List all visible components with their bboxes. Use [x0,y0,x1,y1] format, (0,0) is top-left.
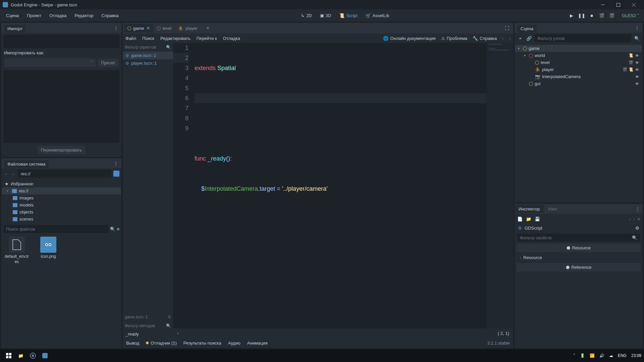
help-button[interactable]: 🔧Справка [473,36,497,41]
view-2d-button[interactable]: ↳2D [298,12,315,19]
folder-item[interactable]: models [2,201,121,208]
report-problem-button[interactable]: ⚠Проблема [441,36,468,41]
clock[interactable]: 23:09 [631,353,641,358]
menu-debug[interactable]: Отладка [46,12,70,19]
script-tab-player[interactable]: ⛹player [175,24,201,33]
scene-node-item[interactable]: ⛹player🎬📜👁 [515,66,642,73]
scene-node-item[interactable]: ▾game [515,45,642,52]
window-close-button[interactable] [626,0,641,9]
volume-icon[interactable]: 🔊 [599,353,604,358]
stop-button[interactable]: ■ [588,13,595,18]
animation-tab[interactable]: Анимация [247,341,268,346]
script-icon[interactable]: 📜 [629,53,633,58]
eye-icon[interactable]: 👁 [635,74,639,79]
resource-type-row[interactable]: ⚙ GDScript ⚙ [515,224,643,232]
file-item[interactable]: icon.png [36,237,61,264]
panel-menu-icon[interactable]: ⋮ [114,25,119,31]
history-menu-icon[interactable]: ≡ [637,217,640,222]
scene-node-item[interactable]: ▾world📜👁 [515,52,642,59]
view-3d-button[interactable]: ▣3D [317,12,335,19]
open-icon[interactable]: 🎬 [629,60,633,65]
script-icon[interactable]: 📜 [629,67,633,72]
panel-menu-icon[interactable]: ⋮ [636,206,643,212]
menu-project[interactable]: Проект [23,12,45,19]
script-menu-file[interactable]: Файл [125,36,136,41]
sort-icon[interactable]: ⇅ [168,315,171,319]
method-list-item[interactable]: _ready [123,330,173,338]
history-forward-icon[interactable]: › [633,217,635,222]
resource-item[interactable]: ›Resource [517,253,641,262]
panel-menu-icon[interactable]: ⋮ [635,25,640,31]
search-icon[interactable]: 🔍 [166,45,171,50]
new-resource-icon[interactable]: 📄 [517,217,523,222]
nav-back-icon[interactable]: ‹ [502,36,503,41]
eye-icon[interactable]: 👁 [635,81,639,86]
res-root-item[interactable]: ▾res:// [2,187,121,194]
nav-forward-icon[interactable]: › [509,36,511,41]
script-tab-game[interactable]: game✕ [124,24,154,33]
file-item[interactable]: default_env.tres [4,237,30,264]
save-resource-icon[interactable]: 💾 [535,217,540,222]
script-tab-level[interactable]: level [154,24,175,33]
scene-panel-title[interactable]: Сцена [517,25,537,33]
play-button[interactable]: ▶ [568,13,575,18]
audio-tab[interactable]: Аудио [228,341,240,346]
view-assetlib-button[interactable]: 🛒AssetLib [362,12,393,19]
favorites-item[interactable]: ★Избранное: [2,180,121,187]
onedrive-icon[interactable]: ☁ [609,353,613,358]
tray-chevron-icon[interactable]: ˄ [573,353,575,358]
language-indicator[interactable]: ENG [618,353,627,358]
nav-back-button[interactable]: ‹ [3,171,9,176]
close-icon[interactable]: ✕ [146,25,150,31]
node-tab[interactable]: Узел [544,205,561,213]
scene-node-item[interactable]: 📷InterpolatedCamera👁 [515,73,642,80]
panel-menu-icon[interactable]: ⋮ [114,161,119,166]
online-docs-button[interactable]: 🌐Онлайн документация [383,36,435,41]
code-editor[interactable]: 123456789 extends Spatial func _ready():… [173,43,513,338]
search-results-tab[interactable]: Результаты поиска [183,341,221,346]
history-back-icon[interactable]: ‹ [629,217,631,222]
search-icon[interactable]: 🔍 [634,36,640,41]
grid-view-icon[interactable] [113,171,119,177]
godot-taskbar-icon[interactable] [39,350,51,361]
folder-item[interactable]: objects [2,208,121,216]
debugger-tab[interactable]: Отладчик (1) [146,341,176,346]
filter-nodes-input[interactable]: Фильтр узлов [535,34,631,42]
reference-group-header[interactable]: ⬢Reference [517,263,641,272]
scene-node-item[interactable]: level🎬👁 [515,59,642,66]
filesystem-panel-title[interactable]: Файловая система [4,160,49,168]
scroll-left-icon[interactable]: ‹ [177,330,179,336]
folder-item[interactable]: images [2,194,121,201]
search-icon[interactable]: 🔍 [166,323,171,328]
link-node-button[interactable]: 🔗 [526,36,532,41]
new-tab-button[interactable]: + [201,23,215,33]
settings-icon[interactable]: ⚙ [635,226,639,231]
open-resource-icon[interactable]: 📁 [526,217,531,222]
chrome-icon[interactable] [27,350,39,361]
import-panel-title[interactable]: Импорт [4,25,26,33]
script-menu-search[interactable]: Поиск [142,36,154,41]
inspector-tab[interactable]: Инспектор [515,205,544,213]
renderer-selector[interactable]: GLES2˅ [619,13,639,18]
menu-editor[interactable]: Редактор [71,12,97,19]
path-input[interactable]: res:// [18,170,111,178]
reimport-button[interactable]: Переимпортировать [38,146,86,154]
pause-button[interactable]: ❚❚ [578,13,585,18]
script-menu-debug[interactable]: Отладка [223,36,240,41]
list-icon[interactable]: ≡ [117,227,119,232]
script-list-item[interactable]: ⚙game.tscn::1 [123,52,173,59]
play-scene-button[interactable]: 🎬 [598,13,605,18]
eye-icon[interactable]: 👁 [635,53,639,58]
filter-properties-input[interactable]: Фильтр свойств🔍 [517,234,640,242]
scene-node-item[interactable]: gui👁 [515,80,642,87]
menu-scene[interactable]: Сцена [3,12,22,19]
minimap[interactable] [486,43,513,328]
battery-icon[interactable]: 🔋 [580,353,585,358]
expand-icon[interactable]: ⛶ [502,26,512,31]
resource-group-header[interactable]: ⬢Resource [517,244,641,252]
window-maximize-button[interactable] [610,0,626,9]
start-button[interactable] [3,350,15,361]
output-tab[interactable]: Вывод [126,341,139,346]
folder-item[interactable]: scenes [2,216,121,223]
search-icon[interactable]: 🔍 [110,227,115,232]
